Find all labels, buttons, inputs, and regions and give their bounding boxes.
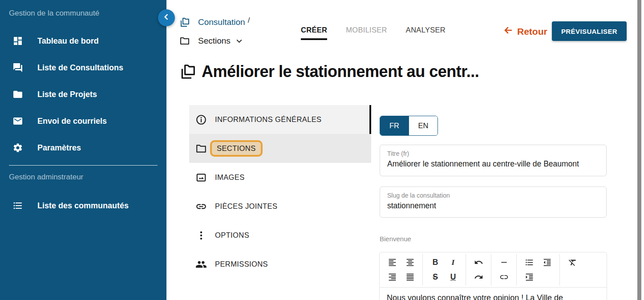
undo-icon[interactable] <box>470 255 487 270</box>
folder-icon <box>12 89 23 100</box>
indent-increase-icon[interactable] <box>520 270 538 284</box>
gear-icon <box>12 142 23 153</box>
sidebar: Gestion de la communauté Tableau de bord… <box>0 0 166 300</box>
preview-button[interactable]: PRÉVISUALISER <box>552 21 627 41</box>
sidebar-item-label: Envoi de courriels <box>37 117 107 126</box>
folder-outline-icon <box>195 143 207 154</box>
image-icon <box>195 172 207 183</box>
link-icon <box>195 201 207 212</box>
slug-field-value: stationnement <box>387 201 599 211</box>
header-tabs: CRÉER MOBILISER ANALYSER <box>301 26 446 40</box>
editor-toolbar: B I S U <box>380 252 607 288</box>
bullet-list-icon[interactable] <box>520 255 538 270</box>
menu-item-options[interactable]: OPTIONS <box>189 221 371 250</box>
dashboard-icon <box>12 36 23 46</box>
folder-copy-icon <box>179 63 196 80</box>
slug-field-label: Slug de la consultation <box>387 192 599 199</box>
menu-item-label: OPTIONS <box>215 231 249 239</box>
vertical-scrollbar[interactable] <box>637 0 641 300</box>
toolbar-spacer <box>563 270 581 284</box>
welcome-label: Bienvenue <box>380 235 411 243</box>
sidebar-item-settings[interactable]: Paramètres <box>0 134 166 161</box>
toolbar-group-style: B I S U <box>423 254 466 285</box>
tab-mobiliser[interactable]: MOBILISER <box>346 26 387 38</box>
underline-icon[interactable]: U <box>444 270 462 284</box>
arrow-left-icon <box>503 25 514 38</box>
menu-item-label: PIÈCES JOINTES <box>215 202 277 211</box>
align-justify-icon[interactable] <box>401 270 419 284</box>
toolbar-spacer <box>538 270 556 284</box>
sidebar-item-label: Liste de Consultations <box>37 63 123 73</box>
lang-tab-en[interactable]: EN <box>409 116 437 135</box>
back-link[interactable]: Retour <box>503 25 547 38</box>
menu-item-informations-generales[interactable]: INFORMATIONS GÉNÉRALES <box>189 105 371 134</box>
indent-decrease-icon[interactable] <box>538 255 556 270</box>
group-icon <box>195 259 207 270</box>
bold-icon[interactable]: B <box>426 255 444 270</box>
chat-icon <box>12 62 23 73</box>
sidebar-item-label: Tableau de bord <box>37 36 99 46</box>
toolbar-group-list <box>517 254 560 285</box>
welcome-editor: B I S U Nous voulons connaître votre opi… <box>379 252 607 300</box>
link-icon[interactable] <box>495 270 513 284</box>
info-icon <box>195 114 207 126</box>
consultation-menu: INFORMATIONS GÉNÉRALES SECTIONS IMAGES P… <box>189 105 371 279</box>
sidebar-divider <box>9 165 158 166</box>
folder-outline-icon <box>179 36 190 46</box>
sidebar-collapse-button[interactable] <box>158 9 175 26</box>
menu-item-permissions[interactable]: PERMISSIONS <box>189 250 371 279</box>
toolbar-group-history <box>466 254 491 285</box>
title-field[interactable]: Titre (fr) Améliorer le stationnement au… <box>380 145 607 176</box>
italic-icon[interactable]: I <box>444 255 462 270</box>
align-left-icon[interactable] <box>383 255 401 270</box>
sidebar-section-community: Gestion de la communauté <box>9 9 99 18</box>
toolbar-group-clear <box>560 254 585 285</box>
menu-item-label: INFORMATIONS GÉNÉRALES <box>215 115 322 124</box>
more-vert-icon <box>195 230 207 241</box>
sidebar-section-admin: Gestion adminstrateur <box>9 173 83 182</box>
chevron-down-icon[interactable] <box>235 37 243 45</box>
breadcrumb-separator: / <box>248 16 250 25</box>
strikethrough-icon[interactable]: S <box>426 270 444 284</box>
menu-item-pieces-jointes[interactable]: PIÈCES JOINTES <box>189 192 371 221</box>
align-center-icon[interactable] <box>401 255 419 270</box>
sidebar-item-communities[interactable]: Liste des communautés <box>0 192 166 219</box>
editor-content[interactable]: Nous voulons connaître votre opinion ! L… <box>380 288 607 300</box>
breadcrumb: Consultation / Sections <box>179 16 250 53</box>
tab-creer[interactable]: CRÉER <box>301 26 327 40</box>
mail-icon <box>12 116 23 126</box>
sidebar-item-emails[interactable]: Envoi de courriels <box>0 108 166 134</box>
sidebar-item-label: Liste des communautés <box>37 201 129 211</box>
horizontal-rule-icon[interactable] <box>495 255 513 270</box>
menu-item-sections[interactable]: SECTIONS <box>189 134 371 163</box>
menu-item-images[interactable]: IMAGES <box>189 163 371 192</box>
folder-copy-icon <box>179 17 190 28</box>
breadcrumb-sections[interactable]: Sections <box>179 35 250 47</box>
toolbar-group-insert <box>491 254 517 285</box>
redo-icon[interactable] <box>470 270 487 284</box>
sidebar-item-dashboard[interactable]: Tableau de bord <box>0 28 166 54</box>
toolbar-group-align <box>380 254 423 285</box>
sidebar-item-consultations[interactable]: Liste de Consultations <box>0 54 166 81</box>
breadcrumb-consultation[interactable]: Consultation / <box>179 16 250 28</box>
page-title: Améliorer le stationnement au centr... <box>179 62 479 81</box>
title-field-label: Titre (fr) <box>387 150 599 157</box>
menu-item-label: SECTIONS <box>217 144 256 152</box>
sidebar-item-projects[interactable]: Liste de Projets <box>0 81 166 108</box>
sidebar-item-label: Liste de Projets <box>37 90 97 99</box>
align-right-icon[interactable] <box>383 270 401 284</box>
clear-formatting-icon[interactable] <box>563 255 581 270</box>
list-icon <box>12 200 23 211</box>
sidebar-item-label: Paramètres <box>37 143 81 153</box>
tab-analyser[interactable]: ANALYSER <box>406 26 446 38</box>
title-field-value: Améliorer le stationnement au centre-vil… <box>387 159 599 169</box>
page-title-text: Améliorer le stationnement au centr... <box>202 62 479 81</box>
back-label: Retour <box>517 26 547 37</box>
annotation-highlight: SECTIONS <box>210 140 263 157</box>
chevron-left-icon <box>162 12 171 23</box>
menu-item-label: PERMISSIONS <box>215 260 268 268</box>
lang-tab-fr[interactable]: FR <box>380 116 409 135</box>
breadcrumb-level1-label: Consultation <box>198 17 245 27</box>
slug-field[interactable]: Slug de la consultation stationnement <box>380 186 607 218</box>
breadcrumb-level2-label: Sections <box>198 36 231 46</box>
